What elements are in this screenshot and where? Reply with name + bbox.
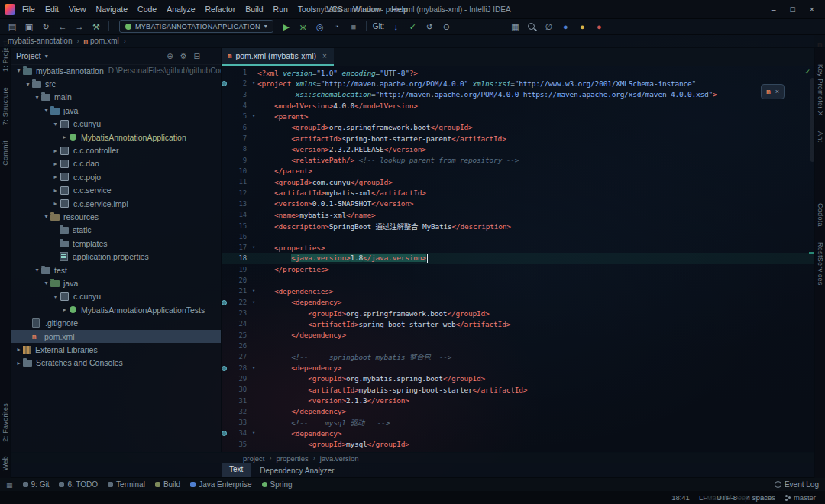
chevron-right-icon[interactable]: ▸: [15, 360, 23, 367]
tree-item-c-cunyu[interactable]: ▾c.cunyu: [10, 118, 221, 131]
tree-item-c-c-controller[interactable]: ▸c.c.controller: [10, 144, 221, 157]
status-branch[interactable]: master: [785, 493, 816, 502]
tab-close-icon[interactable]: ×: [322, 52, 327, 60]
tool-button-structure[interactable]: 7: Structure: [2, 87, 9, 125]
chevron-right-icon[interactable]: ▸: [51, 160, 60, 167]
menu-analyze[interactable]: Analyze: [167, 5, 195, 14]
close-button[interactable]: ×: [810, 5, 814, 14]
menu-code[interactable]: Code: [138, 5, 157, 14]
toolwindow-button-spring[interactable]: Spring: [262, 480, 293, 489]
crumb-properties[interactable]: properties: [277, 454, 309, 463]
menu-build[interactable]: Build: [245, 5, 263, 14]
fold-icon[interactable]: ▾: [250, 365, 257, 371]
forward-icon[interactable]: →: [72, 19, 87, 34]
chevron-right-icon[interactable]: ▸: [60, 306, 69, 313]
toolwindow-button-build[interactable]: Build: [155, 480, 180, 489]
fold-icon[interactable]: ▾: [250, 430, 257, 436]
save-all-icon[interactable]: ▣: [21, 19, 37, 34]
tab-pom-xml[interactable]: m pom.xml (mybatis-xml) ×: [221, 47, 334, 66]
fold-icon[interactable]: ▾: [250, 113, 257, 119]
plugin-red-icon[interactable]: ●: [591, 19, 607, 34]
menu-refactor[interactable]: Refactor: [205, 5, 236, 14]
menu-edit[interactable]: Edit: [45, 5, 59, 14]
menu-run[interactable]: Run: [273, 5, 288, 14]
tree-item-java[interactable]: ▾java: [10, 104, 221, 117]
crumb-java-version[interactable]: java.version: [320, 454, 359, 463]
tree-item-templates[interactable]: templates: [10, 237, 221, 250]
toolwindow-button-java-enterprise[interactable]: Java Enterprise: [190, 480, 251, 489]
hide-icon[interactable]: —: [207, 52, 215, 60]
status-indent[interactable]: 4 spaces: [746, 493, 775, 502]
tool-button-codota[interactable]: Codota: [817, 203, 824, 227]
back-icon[interactable]: ←: [55, 19, 70, 34]
toolwindow-button-git[interactable]: 9: Git: [23, 480, 50, 489]
tree-item-static[interactable]: static: [10, 224, 221, 237]
toolwindow-button-terminal[interactable]: Terminal: [108, 480, 145, 489]
sync-icon[interactable]: ↻: [38, 19, 53, 34]
power-save-icon[interactable]: ∅: [541, 19, 556, 34]
git-rollback-icon[interactable]: ↺: [422, 19, 437, 34]
status-time[interactable]: 18:41: [671, 493, 690, 502]
build-project-icon[interactable]: ⚒: [89, 19, 104, 34]
profiler-icon[interactable]: ◔: [329, 19, 345, 34]
maven-reload-popup[interactable]: m ×: [761, 84, 785, 99]
tree-item-pom-xml[interactable]: pom.xml: [10, 330, 221, 343]
chevron-right-icon[interactable]: ▸: [51, 147, 60, 154]
settings-icon[interactable]: ⚙: [180, 52, 187, 60]
chevron-down-icon[interactable]: ▾: [51, 121, 60, 128]
tree-item-mybatisannotationapplication[interactable]: ▸MybatisAnnotationApplication: [10, 131, 221, 144]
chevron-down-icon[interactable]: ▾: [45, 53, 48, 60]
popup-close-icon[interactable]: ×: [775, 88, 779, 95]
tree-item-c-c-service-impl[interactable]: ▸c.c.service.impl: [10, 197, 221, 210]
fold-icon[interactable]: ▾: [250, 288, 257, 294]
maximize-button[interactable]: □: [791, 5, 795, 14]
menu-file[interactable]: File: [22, 5, 35, 14]
tree-item-mybatisannotationapplicationtests[interactable]: ▸MybatisAnnotationApplicationTests: [10, 303, 221, 316]
tree-item-c-c-service[interactable]: ▸c.c.service: [10, 184, 221, 197]
tree-item-main[interactable]: ▾main: [10, 91, 221, 104]
chevron-down-icon[interactable]: ▾: [15, 67, 23, 74]
run-configuration-select[interactable]: MYBATISANNOTATIONAPPLICATION▾: [119, 20, 273, 33]
chevron-right-icon[interactable]: ▸: [51, 173, 60, 180]
breadcrumb-mybatis-annotation[interactable]: mybatis-annotation: [8, 37, 73, 45]
toolwindow-switcher-icon[interactable]: ▦: [6, 481, 13, 489]
tool-button-restservices[interactable]: RestServices: [817, 242, 824, 286]
tool-button-commit[interactable]: Commit: [2, 141, 9, 166]
toolwindows-grid-icon[interactable]: ▦: [507, 19, 522, 34]
tool-button-ant[interactable]: Ant: [817, 131, 824, 142]
tree-item-mybatis-annotation[interactable]: ▾mybatis-annotationD:\PersonalFiles\gith…: [10, 64, 221, 77]
tree-item-gitignore[interactable]: .gitignore: [10, 316, 221, 329]
chevron-down-icon[interactable]: ▾: [33, 94, 41, 101]
chevron-down-icon[interactable]: ▾: [33, 267, 41, 273]
tree-item-test[interactable]: ▾test: [10, 263, 221, 276]
minimize-button[interactable]: –: [772, 5, 776, 14]
chevron-down-icon[interactable]: ▾: [42, 213, 50, 220]
chevron-down-icon[interactable]: ▾: [42, 279, 50, 286]
plugin-yellow-icon[interactable]: ●: [574, 19, 590, 34]
event-log-button[interactable]: Event Log: [775, 480, 819, 489]
tree-item-resources[interactable]: ▾resources: [10, 210, 221, 223]
breadcrumb-pom-xml[interactable]: mpom.xml: [84, 37, 119, 45]
tree-item-c-c-pojo[interactable]: ▸c.c.pojo: [10, 170, 221, 183]
git-update-icon[interactable]: ↓: [388, 19, 403, 34]
locate-icon[interactable]: ⊕: [167, 52, 173, 60]
git-commit-icon[interactable]: ✓: [405, 19, 420, 34]
collapse-all-icon[interactable]: ⊟: [194, 52, 200, 60]
chevron-right-icon[interactable]: ▸: [60, 134, 69, 141]
fold-icon[interactable]: ▾: [250, 299, 257, 305]
bottom-tab-dependency-analyzer[interactable]: Dependency Analyzer: [252, 464, 341, 478]
tree-item-c-c-dao[interactable]: ▸c.c.dao: [10, 157, 221, 170]
plugin-blue-icon[interactable]: ●: [558, 19, 573, 34]
tree-item-external-libraries[interactable]: ▸External Libraries: [10, 343, 221, 356]
tool-button-key-promoter[interactable]: Key Promoter X: [817, 64, 824, 116]
stop-icon[interactable]: ■: [346, 19, 361, 34]
editor-code-area[interactable]: 1 <?xml version="1.0" encoding="UTF-8"?>…: [221, 66, 815, 452]
chevron-down-icon[interactable]: ▾: [42, 107, 50, 114]
chevron-right-icon[interactable]: ▸: [51, 187, 60, 194]
chevron-down-icon[interactable]: ▾: [51, 293, 60, 300]
status-encoding[interactable]: UTF-8: [717, 493, 737, 502]
tree-item-src[interactable]: ▾src: [10, 77, 221, 90]
coverage-icon[interactable]: ◎: [312, 19, 328, 34]
status-line-ending[interactable]: LF: [699, 493, 707, 502]
chevron-down-icon[interactable]: ▾: [24, 81, 32, 88]
